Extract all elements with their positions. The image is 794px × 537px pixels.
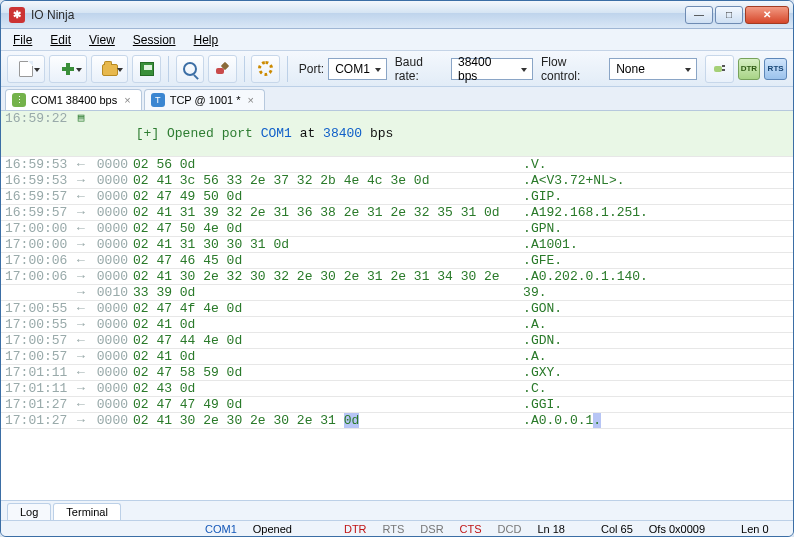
port-label: Port: — [299, 62, 324, 76]
menu-file[interactable]: File — [5, 31, 40, 49]
folder-open-icon — [102, 64, 118, 76]
timestamp: 16:59:57 — [1, 189, 73, 204]
menu-session[interactable]: Session — [125, 31, 184, 49]
status-dsr: DSR — [420, 523, 443, 535]
bottom-tab-log[interactable]: Log — [7, 503, 51, 520]
tab-close-icon[interactable]: × — [122, 94, 132, 106]
arrow-right-icon: → — [73, 413, 89, 428]
minimize-button[interactable]: — — [685, 6, 713, 24]
log-row: 17:00:06← 0000 02 47 46 45 0d .GFE. — [1, 253, 793, 269]
bottom-tab-terminal[interactable]: Terminal — [53, 503, 121, 520]
doc-icon: ▤ — [73, 111, 89, 125]
baud-label: Baud rate: — [395, 55, 447, 83]
close-button[interactable]: ✕ — [745, 6, 789, 24]
offset: 0000 — [89, 253, 133, 268]
flow-label: Flow control: — [541, 55, 605, 83]
ascii: .GXY. — [523, 365, 562, 380]
tcp-icon: T — [151, 93, 165, 107]
log-header-text: [+] Opened port COM1 at 38400 bps — [89, 111, 393, 156]
log-row: 16:59:57← 0000 02 47 49 50 0d .GIP. — [1, 189, 793, 205]
session-tab-tcp[interactable]: T TCP @ 1001 * × — [144, 89, 265, 110]
add-button[interactable] — [49, 55, 87, 83]
ascii: .A1001. — [523, 237, 578, 252]
log-row: 16:59:53→ 0000 02 41 3c 56 33 2e 37 32 2… — [1, 173, 793, 189]
hex-bytes: 02 43 0d — [133, 381, 523, 396]
new-session-button[interactable] — [7, 55, 45, 83]
offset: 0000 — [89, 237, 133, 252]
rts-button[interactable]: RTS — [764, 58, 787, 80]
arrow-right-icon: → — [73, 237, 89, 252]
settings-button[interactable] — [251, 55, 279, 83]
ascii: .GFE. — [523, 253, 562, 268]
app-icon: ✱ — [9, 7, 25, 23]
offset: 0000 — [89, 157, 133, 172]
ascii: .V. — [523, 157, 546, 172]
search-icon — [183, 62, 197, 76]
menu-view[interactable]: View — [81, 31, 123, 49]
arrow-left-icon: ← — [73, 253, 89, 268]
timestamp: 17:01:11 — [1, 381, 73, 396]
offset: 0000 — [89, 349, 133, 364]
log-row: 17:00:00→ 0000 02 41 31 30 30 31 0d .A10… — [1, 237, 793, 253]
dtr-button[interactable]: DTR — [738, 58, 761, 80]
timestamp: 16:59:53 — [1, 173, 73, 188]
log-row: 17:00:55← 0000 02 47 4f 4e 0d .GON. — [1, 301, 793, 317]
status-state: Opened — [253, 523, 292, 535]
timestamp — [1, 285, 73, 300]
ascii: .GON. — [523, 301, 562, 316]
log-area[interactable]: 16:59:22 ▤ [+] Opened port COM1 at 38400… — [1, 111, 793, 501]
ascii: .A0.202.0.1.140. — [523, 269, 648, 284]
tab-label: TCP @ 1001 * — [170, 94, 241, 106]
ascii: .GPN. — [523, 221, 562, 236]
timestamp: 16:59:53 — [1, 157, 73, 172]
log-row: 17:00:57→ 0000 02 41 0d .A. — [1, 349, 793, 365]
save-button[interactable] — [132, 55, 160, 83]
arrow-left-icon: ← — [73, 157, 89, 172]
plus-indicator: [+] Opened port — [136, 126, 261, 141]
tab-close-icon[interactable]: × — [246, 94, 256, 106]
hex-bytes: 02 47 4f 4e 0d — [133, 301, 523, 316]
arrow-right-icon: → — [73, 349, 89, 364]
log-row: 17:00:55→ 0000 02 41 0d .A. — [1, 317, 793, 333]
arrow-right-icon: → — [73, 205, 89, 220]
arrow-left-icon: ← — [73, 333, 89, 348]
offset: 0000 — [89, 301, 133, 316]
hex-bytes: 02 41 3c 56 33 2e 37 32 2b 4e 4c 3e 0d — [133, 173, 523, 188]
flow-combo[interactable]: None — [609, 58, 697, 80]
offset: 0000 — [89, 205, 133, 220]
toolbar-separator — [168, 56, 169, 82]
arrow-left-icon: ← — [73, 301, 89, 316]
hex-bytes: 02 47 49 50 0d — [133, 189, 523, 204]
toolbar-separator — [244, 56, 245, 82]
baud-combo[interactable]: 38400 bps — [451, 58, 533, 80]
offset: 0000 — [89, 221, 133, 236]
arrow-right-icon: → — [73, 381, 89, 396]
ascii: .A<V3.72+NL>. — [523, 173, 624, 188]
status-rts: RTS — [383, 523, 405, 535]
offset: 0000 — [89, 397, 133, 412]
timestamp: 17:01:11 — [1, 365, 73, 380]
save-icon — [140, 62, 154, 76]
clear-button[interactable] — [208, 55, 236, 83]
log-row: 17:01:11← 0000 02 47 58 59 0d .GXY. — [1, 365, 793, 381]
maximize-button[interactable]: □ — [715, 6, 743, 24]
log-header-row: 16:59:22 ▤ [+] Opened port COM1 at 38400… — [1, 111, 793, 157]
open-button[interactable] — [91, 55, 129, 83]
connect-button[interactable] — [705, 55, 733, 83]
menu-edit[interactable]: Edit — [42, 31, 79, 49]
log-row: 16:59:53← 0000 02 56 0d .V. — [1, 157, 793, 173]
menu-help[interactable]: Help — [186, 31, 227, 49]
timestamp: 17:00:55 — [1, 317, 73, 332]
bottom-tabs: Log Terminal — [1, 501, 793, 521]
find-button[interactable] — [176, 55, 204, 83]
port-combo[interactable]: COM1 — [328, 58, 387, 80]
status-dcd: DCD — [498, 523, 522, 535]
session-tab-com1[interactable]: ⋮ COM1 38400 bps × — [5, 89, 142, 110]
arrow-left-icon: ← — [73, 221, 89, 236]
log-row: 17:00:06→ 0000 02 41 30 2e 32 30 32 2e 3… — [1, 269, 793, 285]
ascii: .GGI. — [523, 397, 562, 412]
hex-bytes: 02 47 47 49 0d — [133, 397, 523, 412]
arrow-right-icon: → — [73, 269, 89, 284]
offset: 0000 — [89, 413, 133, 428]
timestamp: 17:00:00 — [1, 221, 73, 236]
